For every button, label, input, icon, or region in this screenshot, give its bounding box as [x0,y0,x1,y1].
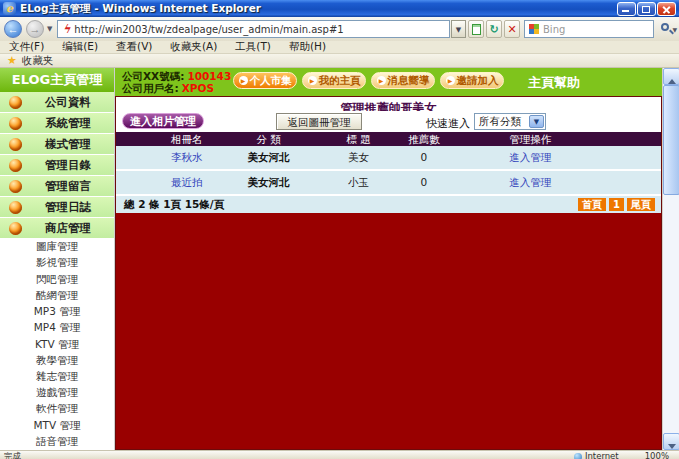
menu-tools[interactable]: 工具(T) [226,40,280,54]
title-cell: 小玉 [348,171,369,194]
ie-icon: e [3,2,16,15]
table-row: 最近拍 美女河北 小玉 0 進入管理 [116,171,661,196]
compatibility-view-button[interactable] [468,20,484,38]
col-actions: 管理操作 [509,132,551,146]
stop-button[interactable]: ✕ [504,20,520,38]
minimize-button[interactable] [617,2,636,16]
nav-invite-join[interactable]: ▶ 邀請加入 [440,72,504,89]
vertical-scrollbar[interactable] [662,68,679,450]
menu-edit[interactable]: 编辑(E) [53,40,107,54]
table-header: 相冊名 分 類 標 題 推薦數 管理操作 [116,132,661,146]
maximize-button[interactable] [637,2,656,16]
page-content: ELOG主頁管理 公司資料 系統管理 樣式管理 管理目錄 管理留言 管理日誌 [0,68,679,450]
nav-my-homepage[interactable]: ▶ 我的主頁 [302,72,366,89]
search-button[interactable]: ▼ [657,20,677,38]
sidebar-sub-software[interactable]: 軟件管理 [0,401,114,417]
browser-window: e ELog主頁管理 - Windows Internet Explorer ←… [0,0,679,459]
sidebar-item-directory[interactable]: 管理目錄 [0,155,114,176]
col-category: 分 類 [256,132,280,146]
page-number-button[interactable]: 1 [609,198,624,211]
menu-view[interactable]: 查看(V) [107,40,161,54]
nav-personal-market[interactable]: ▶ 个人市集 [233,72,297,89]
col-title: 標 題 [346,132,370,146]
category-cell: 美女河北 [248,171,290,194]
sidebar-item-shop[interactable]: 商店管理 [0,218,114,239]
favorites-star-icon[interactable]: ★ [7,54,17,67]
sidebar-submenu: 圖庫管理 影視管理 閃吧管理 酷網管理 MP3 管理 MP4 管理 KTV 管理… [0,239,114,450]
orange-ball-icon [9,201,22,214]
table-row: 李秋水 美女河北 美女 0 進入管理 [116,146,661,171]
menu-help[interactable]: 帮助(H) [280,40,335,54]
sidebar-sub-ktv[interactable]: KTV 管理 [0,336,114,352]
orange-ball-icon [9,117,22,130]
sidebar-sub-teaching[interactable]: 教學管理 [0,353,114,369]
chevron-down-icon[interactable]: ▼ [529,115,544,128]
sidebar-sub-mp3[interactable]: MP3 管理 [0,304,114,320]
sidebar-sub-magazine[interactable]: 雜志管理 [0,369,114,385]
album-link[interactable]: 李秋水 [171,146,203,169]
first-page-button[interactable]: 首頁 [578,198,606,211]
enter-management-link[interactable]: 進入管理 [509,171,551,194]
status-bar: 完成 Internet 100% [0,450,679,459]
album-link[interactable]: 最近拍 [171,171,203,194]
search-placeholder: Bing [543,24,565,35]
address-input[interactable]: ϟ http://win2003/tw/zdealpage/user_admin… [57,20,450,38]
sidebar-sub-coolweb[interactable]: 酷網管理 [0,288,114,304]
sidebar: ELOG主頁管理 公司資料 系統管理 樣式管理 管理目錄 管理留言 管理日誌 [0,68,115,450]
title-cell: 美女 [348,146,369,169]
count-cell: 0 [421,171,428,194]
zoom-level[interactable]: 100% [645,451,669,459]
favorites-label[interactable]: 收藏夹 [22,54,54,68]
enter-photo-management-button[interactable]: 進入相片管理 [122,113,204,129]
menu-favorites[interactable]: 收藏夹(A) [161,40,226,54]
refresh-button[interactable]: ↻ [486,20,502,38]
search-input[interactable]: Bing [524,20,654,38]
scroll-up-button[interactable] [663,68,679,85]
record-summary: 總 2 條 1頁 15條/頁 [124,198,578,212]
site-favicon: ϟ [62,23,70,35]
sidebar-item-logs[interactable]: 管理日誌 [0,197,114,218]
forward-button[interactable]: → [26,20,44,38]
sidebar-sub-mtv[interactable]: MTV 管理 [0,418,114,434]
orange-ball-icon [9,138,22,151]
sidebar-item-style[interactable]: 樣式管理 [0,134,114,155]
search-options-dropdown-icon[interactable]: ▼ [672,26,677,33]
sidebar-item-system[interactable]: 系統管理 [0,113,114,134]
sidebar-sub-games[interactable]: 遊戲管理 [0,385,114,401]
last-page-button[interactable]: 尾頁 [627,198,655,211]
favorites-bar: ★ 收藏夹 [0,54,679,68]
category-select[interactable]: 所有分類 ▼ [474,113,546,130]
magnifier-icon [661,23,669,31]
back-button[interactable]: ← [4,20,22,38]
nav-message-wizard[interactable]: ▶ 消息嚮導 [371,72,435,89]
company-user-label: 公司用戶名: [122,82,179,94]
sidebar-item-messages[interactable]: 管理留言 [0,176,114,197]
company-user-value: XPOS [182,82,214,94]
menu-file[interactable]: 文件(F) [0,40,53,54]
category-cell: 美女河北 [248,146,290,169]
orange-ball-icon [9,222,22,235]
title-bar: e ELog主頁管理 - Windows Internet Explorer [0,0,679,17]
back-to-album-button[interactable]: 返回圖冊管理 [276,113,362,130]
window-title: ELog主頁管理 - Windows Internet Explorer [20,2,617,16]
sidebar-sub-video[interactable]: 影視管理 [0,255,114,271]
globe-icon [574,453,582,459]
table-footer: 總 2 條 1頁 15條/頁 首頁 1 尾頁 [116,196,661,213]
history-dropdown-icon[interactable]: ▼ [44,25,55,33]
url-text: http://win2003/tw/zdealpage/user_admin/m… [74,24,343,35]
menu-bar: 文件(F) 编辑(E) 查看(V) 收藏夹(A) 工具(T) 帮助(H) [0,41,679,54]
scrollbar-thumb[interactable] [663,85,679,195]
close-button[interactable] [657,2,676,16]
homepage-help-link[interactable]: 主頁幫助 [528,74,580,92]
scroll-down-button[interactable] [663,433,679,450]
enter-management-link[interactable]: 進入管理 [509,146,551,169]
sidebar-sub-voice[interactable]: 語音管理 [0,434,114,450]
sidebar-sub-flash[interactable]: 閃吧管理 [0,271,114,287]
sidebar-sub-mp4[interactable]: MP4 管理 [0,320,114,336]
sidebar-item-company-info[interactable]: 公司資料 [0,92,114,113]
sidebar-sub-gallery[interactable]: 圖庫管理 [0,239,114,255]
sidebar-title: ELOG主頁管理 [0,68,114,92]
address-dropdown-icon[interactable]: ▼ [451,20,466,38]
count-cell: 0 [421,146,428,169]
arrow-down-icon [668,444,676,449]
